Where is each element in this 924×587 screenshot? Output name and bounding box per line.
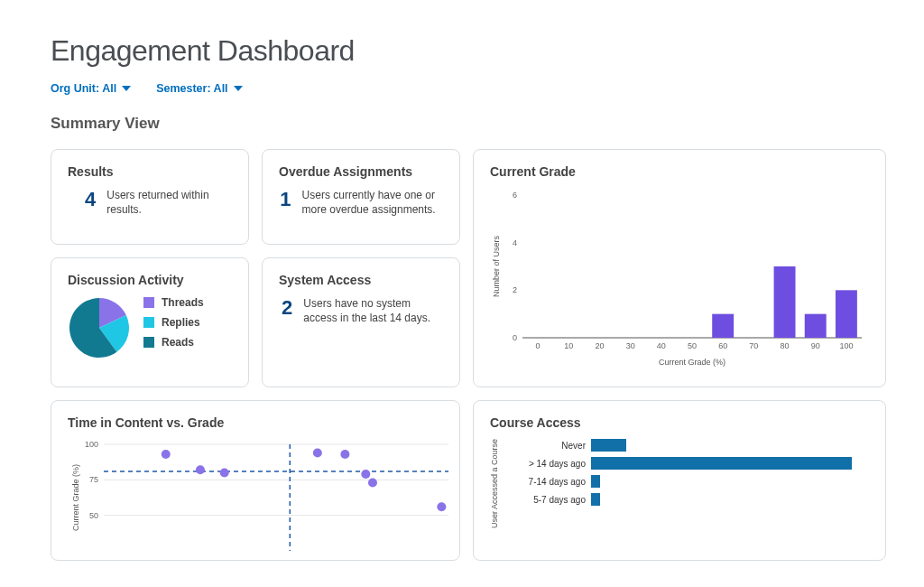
card-current-grade: Current Grade 02460102030405060708090100…	[473, 149, 886, 387]
legend-replies: Replies	[143, 316, 204, 329]
results-desc: Users returned within results.	[106, 188, 232, 217]
course-access-bar	[591, 493, 600, 506]
pie-legend: Threads Replies Reads	[143, 296, 204, 349]
svg-text:100: 100	[85, 440, 98, 449]
svg-point-31	[196, 465, 205, 474]
section-title: Summary View	[51, 115, 873, 133]
course-access-chart: Never> 14 days ago7-14 days ago5-7 days …	[504, 439, 869, 528]
system-access-desc: Users have no system access in the last …	[303, 296, 443, 325]
svg-point-32	[220, 468, 229, 477]
card-time-vs-grade-title: Time in Content vs. Grade	[68, 415, 443, 430]
svg-text:75: 75	[89, 475, 98, 484]
legend-replies-label: Replies	[162, 316, 200, 329]
chevron-down-icon	[122, 86, 131, 91]
card-time-vs-grade: Time in Content vs. Grade 5075100Current…	[51, 400, 460, 561]
card-discussion-activity: Discussion Activity Threads Replies Read…	[51, 257, 249, 387]
course-access-label: 5-7 days ago	[504, 495, 586, 505]
legend-threads-label: Threads	[162, 296, 204, 309]
svg-text:100: 100	[839, 341, 853, 350]
svg-text:0: 0	[513, 333, 517, 342]
card-discussion-title: Discussion Activity	[68, 273, 232, 287]
svg-text:50: 50	[89, 511, 98, 520]
course-access-bar	[591, 457, 852, 470]
course-access-label: Never	[504, 441, 586, 451]
svg-rect-18	[836, 290, 857, 338]
svg-text:30: 30	[626, 341, 635, 350]
svg-rect-14	[774, 266, 796, 338]
svg-text:20: 20	[595, 341, 604, 350]
svg-text:40: 40	[657, 341, 666, 350]
card-overdue: Overdue Assignments 1 Users currently ha…	[262, 149, 460, 245]
svg-text:Current Grade (%): Current Grade (%)	[659, 358, 725, 367]
svg-point-30	[162, 450, 171, 459]
svg-point-34	[340, 450, 349, 459]
svg-text:0: 0	[536, 341, 541, 350]
svg-text:60: 60	[718, 341, 727, 350]
svg-text:Current Grade (%): Current Grade (%)	[71, 464, 80, 531]
filter-semester[interactable]: Semester: All	[156, 82, 242, 95]
svg-text:Number of Users: Number of Users	[492, 235, 501, 297]
svg-text:2: 2	[513, 285, 517, 294]
card-system-access: System Access 2 Users have no system acc…	[262, 257, 460, 387]
filter-org-unit[interactable]: Org Unit: All	[51, 82, 131, 95]
legend-threads: Threads	[143, 296, 204, 309]
card-results-title: Results	[68, 164, 232, 179]
svg-text:10: 10	[564, 341, 573, 350]
filter-semester-label: Semester: All	[156, 82, 227, 95]
card-course-access: Course Access User Accessed a Course Nev…	[473, 400, 886, 561]
svg-text:50: 50	[688, 341, 697, 350]
svg-text:6: 6	[513, 191, 517, 200]
chevron-down-icon	[234, 86, 243, 91]
svg-point-35	[361, 470, 370, 479]
pie-chart	[68, 296, 131, 359]
svg-point-36	[368, 478, 377, 487]
course-access-label: > 14 days ago	[504, 459, 586, 469]
card-course-access-title: Course Access	[490, 415, 869, 430]
current-grade-chart: 02460102030405060708090100Current Grade …	[490, 188, 869, 368]
svg-rect-11	[712, 314, 734, 338]
svg-rect-16	[805, 314, 827, 338]
overdue-desc: Users currently have one or more overdue…	[302, 188, 443, 217]
svg-point-37	[437, 502, 446, 511]
system-access-value: 2	[279, 296, 292, 320]
card-overdue-title: Overdue Assignments	[279, 164, 443, 179]
legend-reads: Reads	[143, 336, 204, 349]
card-system-access-title: System Access	[279, 273, 443, 287]
svg-text:80: 80	[781, 341, 790, 350]
course-access-bar	[591, 475, 600, 488]
svg-text:90: 90	[811, 341, 820, 350]
svg-point-33	[313, 448, 322, 457]
course-access-ylabel: User Accessed a Course	[490, 439, 499, 528]
svg-text:4: 4	[513, 238, 517, 247]
filter-org-unit-label: Org Unit: All	[51, 82, 116, 95]
course-access-bar	[591, 439, 626, 452]
card-current-grade-title: Current Grade	[490, 164, 869, 179]
filter-bar: Org Unit: All Semester: All	[51, 82, 873, 95]
card-results: Results 4 Users returned within results.	[51, 149, 249, 245]
legend-reads-label: Reads	[162, 336, 194, 349]
overdue-value: 1	[279, 188, 291, 211]
course-access-label: 7-14 days ago	[504, 477, 586, 487]
results-value: 4	[75, 188, 96, 211]
time-vs-grade-chart: 5075100Current Grade (%)	[68, 439, 456, 556]
svg-text:70: 70	[749, 341, 758, 350]
page-title: Engagement Dashboard	[51, 34, 873, 68]
